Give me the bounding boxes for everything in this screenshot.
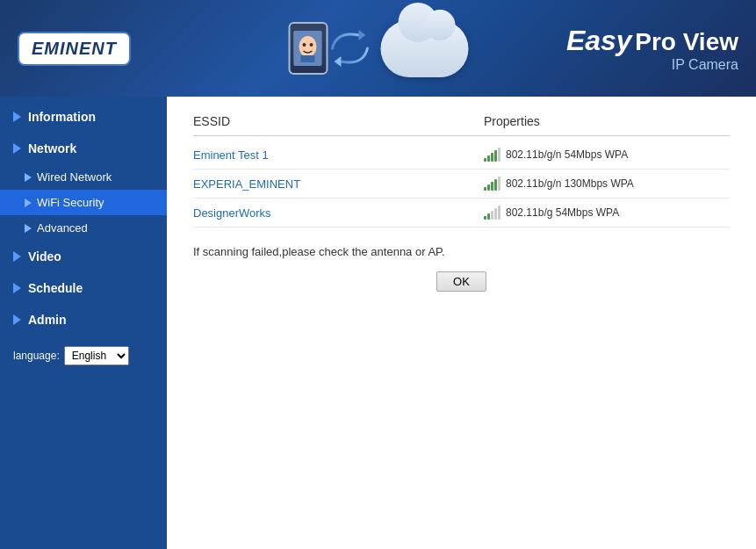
sidebar-label-admin: Admin	[28, 313, 67, 327]
header-graphic	[288, 20, 468, 77]
col-essid-header: ESSID	[193, 114, 484, 128]
signal-bars	[484, 177, 500, 191]
sidebar-label-advanced: Advanced	[37, 221, 88, 235]
cloud-icon	[380, 20, 468, 77]
phone-screen	[294, 31, 322, 66]
network-row[interactable]: DesignerWorks 802.11b/g 54Mbps WPA	[193, 199, 730, 228]
signal-bars	[484, 206, 500, 220]
main-layout: Information Network Wired Network WiFi S…	[0, 97, 756, 549]
sidebar-label-network: Network	[28, 141, 76, 155]
signal-bar	[487, 213, 490, 220]
network-row[interactable]: Eminent Test 1 802.11b/g/n 54Mbps WPA	[193, 141, 730, 170]
network-properties: 802.11b/g 54Mbps WPA	[484, 206, 730, 220]
signal-bar	[487, 155, 490, 162]
sidebar-item-wired-network[interactable]: Wired Network	[0, 164, 167, 190]
network-protocol: 802.11b/g 54Mbps WPA	[506, 206, 619, 219]
signal-bar	[498, 177, 500, 191]
signal-bar	[494, 150, 497, 162]
signal-bar	[484, 216, 486, 220]
logo-text: EMINENT	[32, 39, 117, 58]
table-header: ESSID Properties	[193, 114, 730, 136]
arrow-icon	[13, 283, 21, 293]
proview-label: Pro View	[635, 28, 738, 55]
arrow-icon	[13, 251, 21, 262]
signal-bar	[498, 206, 500, 220]
network-list: Eminent Test 1 802.11b/g/n 54Mbps WPA EX…	[193, 141, 730, 228]
header-easy: Easy Pro View	[566, 25, 738, 57]
header: EMINENT	[0, 0, 756, 97]
svg-point-1	[299, 36, 317, 57]
svg-rect-4	[301, 55, 315, 62]
logo-area: EMINENT	[18, 32, 131, 66]
signal-bar	[484, 158, 486, 162]
language-select[interactable]: EnglishDutchGermanFrenchSpanish	[64, 346, 129, 365]
language-label: language:	[13, 350, 60, 362]
network-protocol: 802.11b/g/n 130Mbps WPA	[506, 177, 634, 190]
arrow-icon-sm	[25, 199, 32, 207]
arrow-icon	[13, 112, 21, 122]
signal-bar	[491, 153, 493, 162]
sidebar-item-information[interactable]: Information	[0, 101, 167, 133]
network-name[interactable]: Eminent Test 1	[193, 148, 484, 162]
signal-bar	[484, 187, 486, 191]
sync-arrow	[323, 20, 468, 77]
network-properties: 802.11b/g/n 54Mbps WPA	[484, 148, 730, 162]
svg-marker-5	[358, 30, 365, 40]
sidebar-item-admin[interactable]: Admin	[0, 304, 167, 336]
svg-point-2	[303, 43, 306, 47]
arrow-icon-sm	[25, 224, 32, 233]
signal-bar	[491, 182, 493, 191]
network-protocol: 802.11b/g/n 54Mbps WPA	[506, 148, 628, 161]
easy-label: Easy	[566, 25, 632, 56]
network-properties: 802.11b/g/n 130Mbps WPA	[484, 177, 730, 191]
ok-button-area: OK	[193, 271, 730, 292]
logo: EMINENT	[18, 32, 131, 66]
signal-bar	[487, 184, 490, 191]
arrow-icon	[13, 314, 21, 325]
content-area: ESSID Properties Eminent Test 1 802.11b/…	[167, 97, 756, 549]
network-name[interactable]: EXPERIA_EMINENT	[193, 177, 484, 191]
ip-camera-label: IP Camera	[566, 57, 738, 73]
sidebar-label-video: Video	[28, 249, 61, 264]
svg-point-3	[310, 43, 313, 47]
sidebar-label-wifi-security: WiFi Security	[37, 196, 104, 209]
header-title: Easy Pro View IP Camera	[566, 25, 738, 73]
signal-bars	[484, 148, 500, 162]
sidebar-item-network[interactable]: Network	[0, 133, 167, 164]
signal-bar	[491, 211, 493, 220]
phone-icon	[288, 22, 328, 75]
col-properties-header: Properties	[484, 114, 730, 128]
signal-bar	[494, 208, 497, 220]
scan-message: If scanning failed,please check the ante…	[193, 245, 730, 258]
sidebar-label-wired-network: Wired Network	[37, 170, 112, 184]
sidebar-label-information: Information	[28, 110, 96, 124]
ok-button[interactable]: OK	[436, 271, 486, 292]
signal-bar	[494, 179, 497, 191]
sidebar-item-schedule[interactable]: Schedule	[0, 272, 167, 304]
network-row[interactable]: EXPERIA_EMINENT 802.11b/g/n 130Mbps WPA	[193, 170, 730, 199]
signal-bar	[498, 148, 500, 162]
svg-marker-6	[334, 56, 341, 67]
network-name[interactable]: DesignerWorks	[193, 206, 484, 220]
sidebar-item-wifi-security[interactable]: WiFi Security	[0, 190, 167, 215]
arrow-icon	[13, 143, 21, 154]
sidebar-label-schedule: Schedule	[28, 281, 83, 295]
language-area: language: EnglishDutchGermanFrenchSpanis…	[0, 336, 167, 376]
arrow-icon-sm	[25, 173, 32, 182]
sidebar: Information Network Wired Network WiFi S…	[0, 97, 167, 549]
sidebar-item-advanced[interactable]: Advanced	[0, 215, 167, 241]
sidebar-item-video[interactable]: Video	[0, 241, 167, 272]
